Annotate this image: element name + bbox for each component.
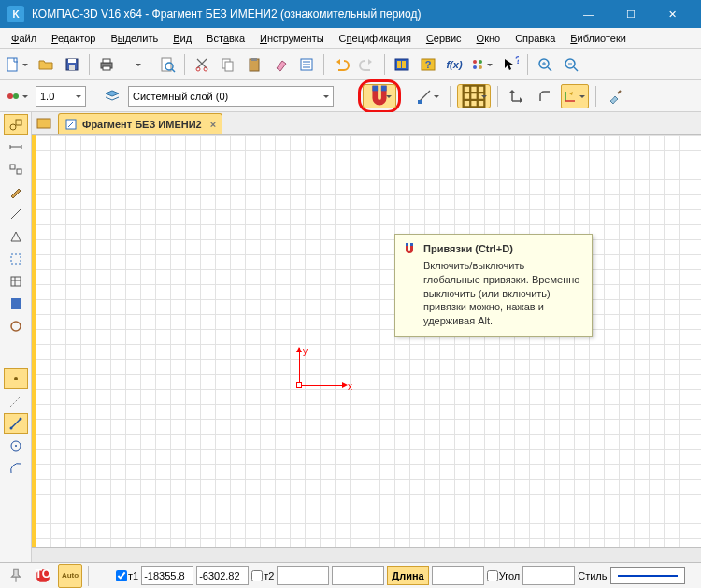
style-swatch[interactable] <box>610 567 685 584</box>
circle-tool[interactable] <box>4 436 28 456</box>
edit-tool[interactable] <box>4 181 28 202</box>
params-geom-button[interactable] <box>415 84 443 108</box>
arc-tool[interactable] <box>4 458 28 479</box>
svg-rect-53 <box>11 254 21 264</box>
state-button[interactable] <box>4 84 32 108</box>
menu-spec[interactable]: Спецификация <box>334 31 417 46</box>
svg-point-29 <box>479 65 482 69</box>
paste-button[interactable] <box>242 52 266 77</box>
svg-text:?: ? <box>515 56 519 65</box>
title-bar: K КОМПАС-3D V16 x64 - Фрагмент БЕЗ ИМЕНИ… <box>0 0 701 28</box>
save-button[interactable] <box>60 52 84 77</box>
point1-label: т1 <box>116 570 138 581</box>
svg-rect-57 <box>11 298 21 309</box>
point2-x-field[interactable] <box>277 566 329 585</box>
svg-point-63 <box>19 418 21 421</box>
text-tool[interactable] <box>4 159 28 179</box>
tab-close-icon[interactable]: × <box>210 119 216 130</box>
auto-button[interactable]: Auto <box>58 564 82 588</box>
properties-button[interactable] <box>294 52 319 77</box>
point1-y-field[interactable] <box>196 566 249 585</box>
menu-help[interactable]: Справка <box>509 31 561 46</box>
menu-edit[interactable]: Редактор <box>46 31 101 46</box>
menu-window[interactable]: Окно <box>471 31 507 46</box>
menu-libs[interactable]: Библиотеки <box>565 31 632 46</box>
open-button[interactable] <box>34 52 58 77</box>
print-button[interactable] <box>94 52 119 77</box>
manager-button[interactable] <box>468 52 496 77</box>
attach-tool[interactable] <box>4 316 28 337</box>
print-dropdown[interactable] <box>121 52 145 77</box>
menu-service[interactable]: Сервис <box>421 31 467 46</box>
grid-button[interactable] <box>457 84 491 108</box>
menu-insert[interactable]: Вставка <box>201 31 250 46</box>
drawing-canvas[interactable]: y x <box>32 135 701 547</box>
copy-button[interactable] <box>216 52 240 77</box>
stop-button[interactable]: STOP <box>31 564 55 588</box>
minimize-button[interactable]: — <box>567 0 609 28</box>
local-cs-button[interactable] <box>561 84 589 108</box>
parameters-panel: STOP Auto т1 т2 Длина Угол Стиль <box>0 562 701 588</box>
scale-combo[interactable]: 1.0 <box>36 86 86 107</box>
close-button[interactable]: ✕ <box>651 0 694 28</box>
zoom-out-button[interactable] <box>559 52 583 77</box>
menu-view[interactable]: Вид <box>167 31 197 46</box>
variables-button[interactable]: ? <box>416 52 440 77</box>
svg-rect-22 <box>402 61 406 68</box>
pin-button[interactable] <box>4 564 28 588</box>
brush-button[interactable] <box>603 84 627 108</box>
maximize-button[interactable]: ☐ <box>609 0 651 28</box>
param-tool[interactable] <box>4 204 28 224</box>
layers-button[interactable] <box>100 84 124 108</box>
document-tab[interactable]: Фрагмент БЕЗ ИМЕНИ2 × <box>58 113 222 134</box>
svg-line-61 <box>11 419 21 428</box>
main-column: Фрагмент БЕЗ ИМЕНИ2 × y x <box>32 112 701 562</box>
grid-icon <box>458 80 490 112</box>
secondary-toolbar: 1.0 Системный слой (0) <box>0 80 701 112</box>
svg-rect-3 <box>69 65 75 70</box>
point1-checkbox[interactable] <box>116 570 127 581</box>
menu-tools[interactable]: Инструменты <box>254 31 330 46</box>
layer-value: Системный слой (0) <box>133 91 228 102</box>
tab-nav-icon[interactable] <box>36 115 52 132</box>
point2-checkbox[interactable] <box>251 570 263 581</box>
select-tool[interactable] <box>4 249 28 269</box>
point-tool[interactable] <box>4 368 28 389</box>
new-button[interactable] <box>4 52 32 77</box>
measure-tool[interactable] <box>4 226 28 247</box>
round-button[interactable] <box>533 84 557 108</box>
snap-button[interactable] <box>363 84 396 108</box>
angle-checkbox[interactable] <box>487 570 498 581</box>
x-axis-label: x <box>348 381 352 392</box>
ortho-button[interactable] <box>505 84 529 108</box>
preview-button[interactable] <box>155 52 179 77</box>
svg-text:STOP: STOP <box>35 567 51 581</box>
geometry-tool[interactable] <box>4 114 28 135</box>
redo-button[interactable] <box>355 52 379 77</box>
menu-select[interactable]: Выделить <box>105 31 164 46</box>
svg-rect-21 <box>397 61 401 68</box>
eraser-button[interactable] <box>268 52 293 77</box>
point1-x-field[interactable] <box>141 566 193 585</box>
angle-field[interactable] <box>522 566 575 585</box>
library-button[interactable] <box>390 52 414 77</box>
svg-rect-66 <box>37 119 50 128</box>
svg-point-65 <box>15 445 17 447</box>
cut-button[interactable] <box>190 52 214 77</box>
report-tool[interactable] <box>4 294 28 314</box>
undo-button[interactable] <box>329 52 353 77</box>
svg-point-47 <box>10 124 16 130</box>
layer-combo[interactable]: Системный слой (0) <box>128 86 334 107</box>
length-tab[interactable]: Длина <box>387 566 428 585</box>
horizontal-scrollbar[interactable] <box>32 547 701 562</box>
aux-line-tool[interactable] <box>4 391 28 411</box>
length-field[interactable] <box>432 566 484 585</box>
fx-button[interactable]: f(x) <box>442 52 466 77</box>
dimension-tool[interactable] <box>4 136 28 157</box>
spec-tool[interactable] <box>4 271 28 292</box>
zoom-in-button[interactable] <box>533 52 557 77</box>
help-pointer-button[interactable]: ? <box>498 52 522 77</box>
menu-file[interactable]: Файл <box>6 31 42 46</box>
segment-tool[interactable] <box>4 413 28 434</box>
point2-y-field[interactable] <box>332 566 384 585</box>
